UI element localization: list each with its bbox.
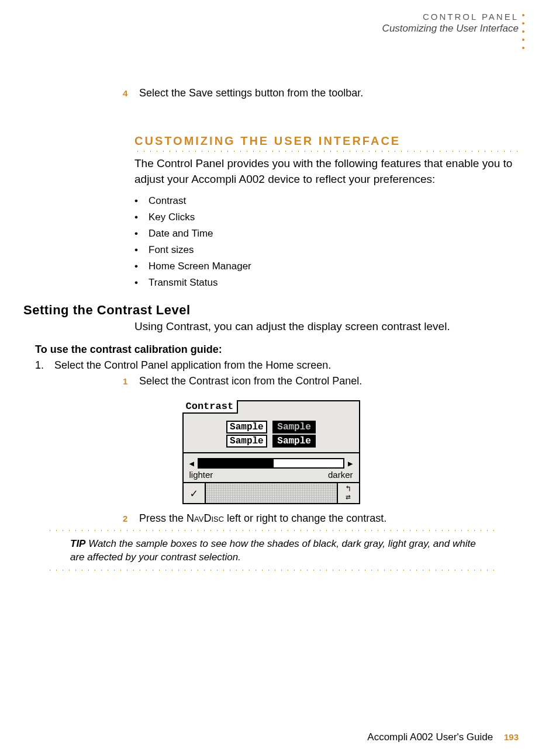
triangle-left-icon: ◀ [189,459,194,469]
bullet-item: Font sizes [149,244,194,255]
step-4: 4 Select the Save settings button from t… [123,87,519,99]
navdisc-label: NavDisc [187,512,224,524]
bullet-item: Transmit Status [149,277,218,288]
sample-box-black: Sample [272,435,316,448]
dotted-rule [134,150,519,152]
page-header: CONTROL PANEL Customizing the User Inter… [23,12,519,34]
bullet-item: Contrast [149,195,186,206]
slider-label-darker: darker [328,470,353,480]
inner-step-1-num: 1 [123,375,139,387]
dotted-rule [47,569,495,571]
section-intro: The Control Panel provides you with the … [134,156,513,187]
footer-page-number: 193 [504,732,519,742]
bullet-item: Date and Time [149,228,213,239]
bullet-item: Key Clicks [149,211,195,223]
outer-step-1-num: 1. [35,359,51,372]
contrast-window-title: Contrast [182,400,239,414]
inner-step-2-post: left or right to change the contrast. [224,512,386,524]
inner-step-2-pre: Press the [139,512,187,524]
inner-step-2: 2 Press the NavDisc left or right to cha… [123,512,519,525]
bullet-item: Home Screen Manager [149,261,251,272]
contrast-window: Contrast Sample Sample Sample Sample ◀ ▶ [182,400,360,504]
subsection-heading: Setting the Contrast Level [23,303,519,318]
footer-book-title: Accompli A002 User's Guide [367,731,493,743]
side-dot-decor [522,14,524,49]
tip-block: TIP Watch the sample boxes to see how th… [70,537,484,564]
guide-heading: To use the contrast calibration guide: [35,344,519,356]
contrast-slider[interactable] [198,458,344,469]
tip-label: TIP [70,538,85,549]
contrast-figure: Contrast Sample Sample Sample Sample ◀ ▶ [23,400,519,504]
inner-step-1-text: Select the Contrast icon from the Contro… [139,375,519,387]
section-heading: CUSTOMIZING THE USER INTERFACE [134,134,519,148]
swap-arrows-icon: ⇄ [346,493,350,501]
sample-box-darkgray: Sample [272,421,316,434]
dotted-rule [47,529,495,532]
triangle-right-icon: ▶ [348,459,353,469]
slider-label-lighter: lighter [189,470,213,480]
outer-step-1: 1. Select the Control Panel application … [35,359,519,372]
sample-box-lightgray: Sample [226,435,267,448]
ok-button[interactable]: ✓ [184,483,206,503]
inner-step-1: 1 Select the Contrast icon from the Cont… [123,375,519,387]
inner-step-2-num: 2 [123,512,139,525]
toolbar-spacer [206,483,337,503]
step-4-number: 4 [123,87,139,99]
return-arrow-icon: ↰ [346,485,350,493]
back-button[interactable]: ↰ ⇄ [337,483,359,503]
step-4-text: Select the Save settings button from the… [139,87,519,99]
page-footer: Accompli A002 User's Guide 193 [367,731,519,743]
header-title: CONTROL PANEL [23,12,519,22]
header-subtitle: Customizing the User Interface [23,23,519,34]
sample-box-light: Sample [226,421,267,434]
tip-text: Watch the sample boxes to see how the sh… [70,538,476,563]
feature-bullet-list: •Contrast •Key Clicks •Date and Time •Fo… [134,195,519,289]
subsection-intro: Using Contrast, you can adjust the displ… [134,320,519,333]
check-icon: ✓ [190,486,197,501]
outer-step-1-text: Select the Control Panel application fro… [54,359,331,371]
